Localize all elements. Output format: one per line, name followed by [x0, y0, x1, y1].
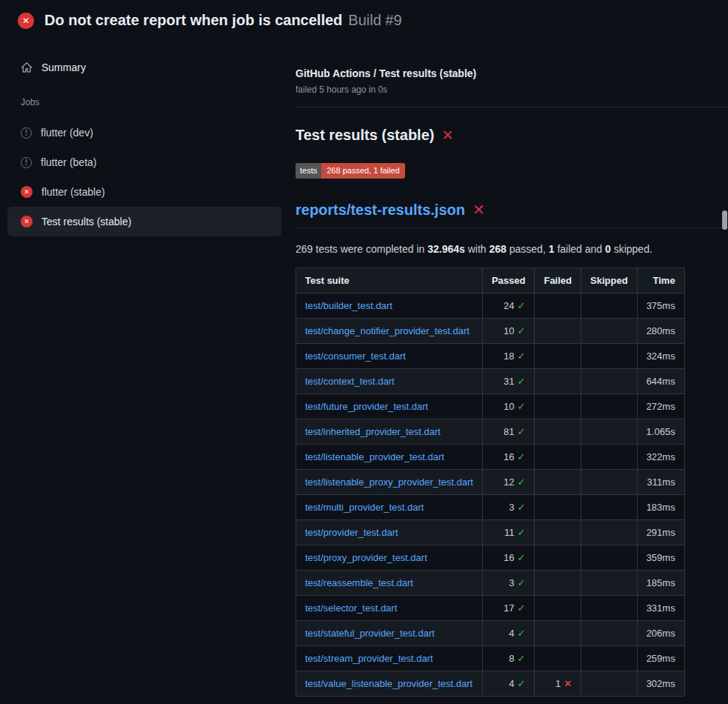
- neutral-status-icon: !: [21, 127, 32, 139]
- run-title: Do not create report when job is cancell…: [44, 12, 342, 29]
- time-value: 324ms: [637, 344, 684, 369]
- check-icon: ✓: [518, 351, 526, 362]
- check-icon: ✓: [518, 653, 526, 664]
- time-value: 291ms: [637, 520, 684, 545]
- passed-count: 10: [504, 401, 514, 412]
- passed-count: 4: [509, 678, 514, 689]
- table-row: test/selector_test.dart17✓331ms: [296, 596, 685, 621]
- main-content: GitHub Actions / Test results (stable) f…: [289, 39, 728, 697]
- table-row: test/future_provider_test.dart10✓272ms: [296, 394, 685, 419]
- header-test-suite: Test suite: [296, 268, 483, 293]
- sidebar: Summary Jobs ! flutter (dev) ! flutter (…: [0, 39, 289, 236]
- failed-count: 1: [555, 678, 561, 689]
- time-value: 322ms: [637, 445, 684, 470]
- header-passed: Passed: [482, 268, 535, 293]
- test-suite-link[interactable]: test/context_test.dart: [305, 376, 395, 387]
- test-suite-link[interactable]: test/provider_test.dart: [305, 527, 398, 538]
- time-value: 644ms: [637, 369, 684, 394]
- test-suite-link[interactable]: test/selector_test.dart: [305, 602, 397, 614]
- sidebar-item-flutter-stable[interactable]: ✕ flutter (stable): [7, 177, 281, 207]
- table-row: test/consumer_test.dart18✓324ms: [296, 344, 685, 369]
- time-value: 311ms: [637, 470, 684, 495]
- section-title: Test results (stable): [295, 127, 434, 144]
- passed-count: 4: [509, 628, 514, 639]
- x-icon: ✕: [564, 678, 572, 689]
- passed-count: 18: [504, 351, 514, 362]
- time-value: 183ms: [637, 495, 684, 520]
- results-table: Test suite Passed Failed Skipped Time te…: [295, 268, 685, 697]
- summary-text: skipped.: [611, 243, 652, 255]
- build-number: Build #9: [348, 12, 401, 29]
- table-row: test/value_listenable_provider_test.dart…: [296, 671, 685, 697]
- test-suite-link[interactable]: test/consumer_test.dart: [305, 351, 406, 362]
- passed-count: 11: [504, 527, 515, 538]
- passed-count: 16: [504, 552, 514, 563]
- summary-text: with: [465, 243, 490, 255]
- time-value: 302ms: [637, 671, 684, 697]
- time-value: 272ms: [637, 394, 684, 419]
- test-suite-link[interactable]: test/value_listenable_provider_test.dart: [305, 678, 472, 689]
- test-suite-link[interactable]: test/listenable_proxy_provider_test.dart: [305, 476, 473, 488]
- sidebar-item-summary[interactable]: Summary: [0, 57, 289, 78]
- test-suite-link[interactable]: test/proxy_provider_test.dart: [305, 552, 427, 563]
- jobs-heading: Jobs: [21, 97, 289, 107]
- failed-status-icon: ✕: [21, 216, 33, 228]
- summary-passed-count: 268: [490, 243, 507, 255]
- passed-count: 24: [504, 300, 514, 311]
- passed-count: 81: [504, 426, 514, 437]
- home-icon: [21, 62, 33, 73]
- sidebar-item-test-results-stable[interactable]: ✕ Test results (stable): [7, 207, 281, 236]
- check-icon: ✓: [518, 502, 526, 513]
- table-row: test/listenable_proxy_provider_test.dart…: [296, 470, 685, 495]
- time-value: 280ms: [637, 319, 684, 344]
- divider: [295, 107, 728, 107]
- summary-text: failed and: [555, 243, 606, 255]
- test-suite-link[interactable]: test/listenable_provider_test.dart: [305, 451, 444, 462]
- table-header-row: Test suite Passed Failed Skipped Time: [296, 268, 685, 293]
- summary-duration: 32.964s: [427, 243, 465, 255]
- passed-count: 3: [509, 577, 514, 588]
- time-value: 259ms: [637, 646, 684, 671]
- time-value: 1.065s: [637, 419, 684, 445]
- job-label: flutter (dev): [41, 127, 93, 139]
- summary-skipped-count: 0: [605, 243, 611, 255]
- scrollbar-thumb[interactable]: [722, 210, 727, 230]
- table-row: test/proxy_provider_test.dart16✓359ms: [296, 545, 685, 571]
- table-row: test/reassemble_test.dart3✓185ms: [296, 571, 685, 596]
- table-row: test/inherited_provider_test.dart81✓1.06…: [296, 419, 685, 445]
- sidebar-item-flutter-beta[interactable]: ! flutter (beta): [7, 147, 281, 177]
- report-heading: reports/test-results.json ✕: [295, 201, 728, 228]
- test-suite-link[interactable]: test/change_notifier_provider_test.dart: [305, 325, 470, 336]
- test-suite-link[interactable]: test/inherited_provider_test.dart: [305, 426, 441, 437]
- sidebar-item-flutter-dev[interactable]: ! flutter (dev): [7, 118, 281, 147]
- check-icon: ✓: [518, 678, 526, 689]
- run-header: ✕ Do not create report when job is cance…: [0, 0, 728, 39]
- test-suite-link[interactable]: test/stateful_provider_test.dart: [305, 628, 435, 639]
- check-icon: ✓: [518, 527, 526, 538]
- passed-count: 3: [509, 502, 514, 513]
- time-value: 359ms: [637, 545, 684, 571]
- badge-label: tests: [295, 163, 321, 179]
- summary-text: passed,: [507, 243, 549, 255]
- failed-status-icon: ✕: [21, 186, 33, 198]
- summary-line: 269 tests were completed in 32.964s with…: [295, 243, 728, 255]
- test-suite-link[interactable]: test/stream_provider_test.dart: [305, 653, 433, 664]
- check-icon: ✓: [518, 325, 526, 336]
- run-failed-icon: ✕: [18, 13, 34, 29]
- table-row: test/change_notifier_provider_test.dart1…: [296, 319, 685, 344]
- section-heading: Test results (stable) ✕: [295, 127, 728, 144]
- check-icon: ✓: [518, 401, 526, 412]
- test-suite-link[interactable]: test/future_provider_test.dart: [305, 401, 428, 412]
- sidebar-summary-label: Summary: [41, 62, 86, 73]
- header-time: Time: [637, 268, 684, 293]
- header-skipped: Skipped: [581, 268, 638, 293]
- report-file-link[interactable]: reports/test-results.json: [295, 202, 465, 219]
- table-row: test/multi_provider_test.dart3✓183ms: [296, 495, 685, 520]
- test-suite-link[interactable]: test/builder_test.dart: [305, 300, 393, 311]
- test-suite-link[interactable]: test/multi_provider_test.dart: [305, 502, 424, 513]
- passed-count: 17: [504, 602, 514, 614]
- test-suite-link[interactable]: test/reassemble_test.dart: [305, 577, 413, 588]
- check-icon: ✓: [518, 602, 526, 614]
- job-label: flutter (stable): [41, 186, 105, 198]
- failed-x-icon: ✕: [472, 201, 485, 219]
